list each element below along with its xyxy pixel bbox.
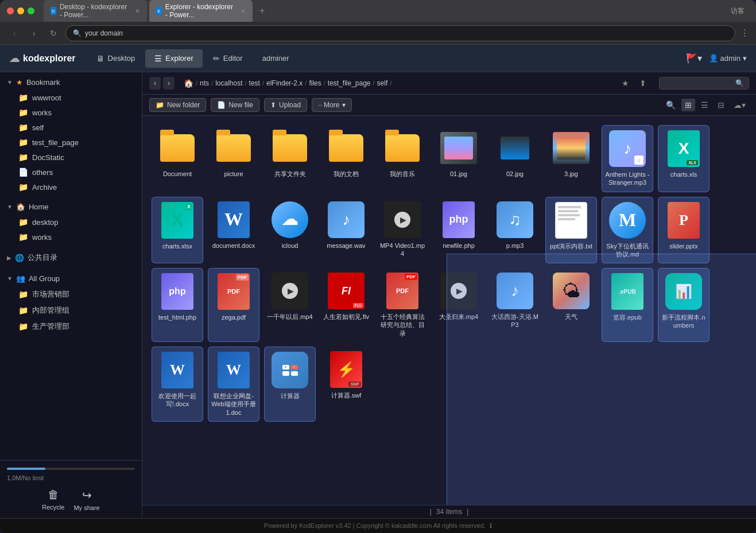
tab-close-1[interactable]: ✕ xyxy=(135,7,140,15)
sidebar-item-others-label: others xyxy=(32,168,53,177)
file-item-mydoc[interactable]: 我的文档 xyxy=(320,125,372,192)
file-item-document-docx[interactable]: W document.docx xyxy=(208,197,259,264)
breadcrumb-test[interactable]: test xyxy=(249,79,260,87)
nav-forward-button[interactable]: › xyxy=(163,77,175,90)
browser-menu-icon[interactable]: ⋮ xyxy=(740,28,749,38)
sidebar-item-works2[interactable]: 📁 works xyxy=(0,229,142,244)
breadcrumb-localhost[interactable]: localhost xyxy=(215,79,242,87)
myshare-button[interactable]: ↪ My share xyxy=(73,488,99,511)
sidebar-public-header[interactable]: ▶ 🌐 公共目录 xyxy=(0,249,142,266)
url-bar[interactable]: 🔍 your domain xyxy=(65,25,735,41)
breadcrumb-home[interactable]: 🏠 xyxy=(184,79,193,88)
sidebar-item-works[interactable]: 📁 works xyxy=(0,105,142,120)
file-item-ppt-txt[interactable]: ppt演示内容.txt xyxy=(545,197,597,264)
close-button[interactable] xyxy=(7,7,14,14)
sidebar-item-internal[interactable]: 📁 内部管理组 xyxy=(0,302,142,318)
breadcrumb-nts[interactable]: nts xyxy=(200,79,209,87)
sidebar-item-test-file-page[interactable]: 📁 test_file_page xyxy=(0,135,142,150)
file-item-slider-pptx[interactable]: P slider.pptx xyxy=(658,197,710,264)
file-item-mp4-video[interactable]: ▶ MP4 Video1.mp4 xyxy=(377,197,428,264)
maximize-button[interactable] xyxy=(28,7,34,14)
zoom-button[interactable]: 🔍 xyxy=(662,99,679,111)
file-item-sky-md[interactable]: M Sky下位机通讯协议.md xyxy=(602,197,653,264)
file-item-qianniian[interactable]: ▶ 一千年以后.mp4 xyxy=(264,268,316,342)
back-button[interactable]: ‹ xyxy=(7,26,22,41)
nav-explorer[interactable]: ☰ Explorer xyxy=(145,49,202,68)
file-grid-container[interactable]: Document picture xyxy=(142,116,756,505)
browser-tab-2[interactable]: E Explorer - kodexplorer - Power... ✕ xyxy=(149,0,253,22)
file-item-picture[interactable]: picture xyxy=(208,125,259,192)
file-item-shared[interactable]: 共享文件夹 xyxy=(264,125,316,192)
file-item-calculator-swf[interactable]: ⚡ SWF 计算器.swf xyxy=(320,347,372,422)
nav-adminer[interactable]: adminer xyxy=(253,49,298,68)
file-item-test-html-php[interactable]: php test_html.php xyxy=(152,268,203,342)
browser-tab-1[interactable]: D Desktop - kodexplorer - Power... ✕ xyxy=(44,0,147,22)
file-icon xyxy=(553,202,590,239)
file-item-calculator-app[interactable]: + ÷ 计算器 xyxy=(264,347,316,422)
upload-breadcrumb-button[interactable]: ⬆ xyxy=(636,77,650,89)
detail-view-button[interactable]: ⊟ xyxy=(714,99,728,111)
sidebar-item-desktop[interactable]: 📁 desktop xyxy=(0,215,142,229)
status-sep: | xyxy=(467,508,468,516)
browser-tab-new[interactable]: + xyxy=(255,3,269,18)
file-item-numbers[interactable]: 📊 新手流程脚本.numbers xyxy=(658,268,710,342)
file-item-newfile-php[interactable]: php newfile.php xyxy=(433,197,484,264)
bookmark-add-button[interactable]: ★ xyxy=(618,77,633,89)
more-button[interactable]: ·· More ▾ xyxy=(312,98,352,112)
flag-icon[interactable]: 🚩▾ xyxy=(686,53,702,64)
new-folder-button[interactable]: 📁 New folder xyxy=(149,98,206,112)
forward-button[interactable]: › xyxy=(26,26,41,41)
file-item-3jpg[interactable]: 3.jpg xyxy=(545,125,597,192)
cloud-view-button[interactable]: ☁▾ xyxy=(730,99,749,111)
sidebar-item-wwwroot[interactable]: 📁 wwwroot xyxy=(0,90,142,105)
admin-button[interactable]: 👤 admin ▾ xyxy=(709,54,747,63)
file-item-mymusic[interactable]: 我的音乐 xyxy=(377,125,428,192)
file-icon: .ePUB xyxy=(609,273,646,310)
sidebar-bookmark-header[interactable]: ▼ ★ Bookmark xyxy=(0,75,142,90)
nav-editor[interactable]: ✏ Editor xyxy=(204,49,252,68)
breadcrumb-files[interactable]: files xyxy=(309,79,321,87)
upload-button[interactable]: ⬆ Upload xyxy=(264,98,307,112)
sidebar-home-header[interactable]: ▼ 🏠 Home xyxy=(0,199,142,215)
file-item-epub[interactable]: .ePUB 览容.epub xyxy=(602,268,653,342)
breadcrumb-elfinder[interactable]: elFinder-2.x xyxy=(266,79,303,87)
list-view-button[interactable]: ☰ xyxy=(697,99,712,111)
sidebar-item-archive[interactable]: 📁 Archive xyxy=(0,180,142,194)
nav-desktop[interactable]: 🖥 Desktop xyxy=(87,49,145,68)
file-item-charts-xls[interactable]: X XLS charts.xls xyxy=(658,125,710,192)
sidebar-item-docstatic[interactable]: 📁 DocStatic xyxy=(0,150,142,165)
sidebar-item-production[interactable]: 📁 生产管理部 xyxy=(0,318,142,334)
refresh-button[interactable]: ↻ xyxy=(46,26,61,41)
file-item-01jpg[interactable]: 01.jpg xyxy=(433,125,484,192)
file-item-welcome-docx[interactable]: W 欢迎使用一起写!.docx xyxy=(152,347,203,422)
new-file-button[interactable]: 📄 New file xyxy=(211,98,259,112)
file-item-dasheng-mp4[interactable]: ▶ 大圣归来.mp4 xyxy=(433,268,484,342)
file-item-rensheng-flv[interactable]: Fl FLV 人生若如初见.flv xyxy=(320,268,372,342)
file-item-weather[interactable]: 🌤 天气 xyxy=(545,268,597,342)
file-item-dahua-mp3[interactable]: ♪ 大话西游-天浴.MP3 xyxy=(489,268,541,342)
grid-view-button[interactable]: ⊞ xyxy=(681,99,695,111)
tab-close-2[interactable]: ✕ xyxy=(241,7,246,15)
public-label: 公共目录 xyxy=(28,252,57,263)
breadcrumb-self[interactable]: self xyxy=(377,79,388,87)
search-input-wrapper[interactable]: 🔍 xyxy=(659,77,749,90)
file-item-shiwuge-pdf[interactable]: PDF PDF 十五个经典算法研究与总结、目录 xyxy=(377,268,428,342)
file-item-icloud[interactable]: ☁ icloud xyxy=(264,197,316,264)
sidebar-item-self[interactable]: 📁 self xyxy=(0,120,142,135)
minimize-button[interactable] xyxy=(17,7,24,14)
file-item-charts-xlsx[interactable]: X X charts.xlsx xyxy=(152,197,203,264)
recycle-button[interactable]: 🗑 Recycle xyxy=(42,488,64,511)
file-item-lenovo-doc[interactable]: W 联想企业网盘-Web端使用手册1.doc xyxy=(208,347,259,422)
file-item-message-wav[interactable]: ♪ message.wav xyxy=(320,197,372,264)
sidebar-item-marketing[interactable]: 📁 市场营销部 xyxy=(0,286,142,302)
sidebar-item-others[interactable]: 📄 others xyxy=(0,165,142,180)
nav-back-button[interactable]: ‹ xyxy=(149,77,161,90)
file-item-zega-pdf[interactable]: PDF PDF zega.pdf xyxy=(208,268,259,342)
search-input[interactable] xyxy=(664,79,733,87)
file-item-document[interactable]: Document xyxy=(152,125,203,192)
file-item-02jpg[interactable]: 02.jpg xyxy=(489,125,541,192)
breadcrumb-test-file-page[interactable]: test_file_page xyxy=(328,79,371,87)
file-item-p-mp3[interactable]: ♫ p.mp3 xyxy=(489,197,541,264)
sidebar-allgroup-header[interactable]: ▼ 👥 All Group xyxy=(0,271,142,286)
file-item-anthem[interactable]: ♪ ♫ Anthem Lights - Stranger.mp3 xyxy=(602,125,653,192)
